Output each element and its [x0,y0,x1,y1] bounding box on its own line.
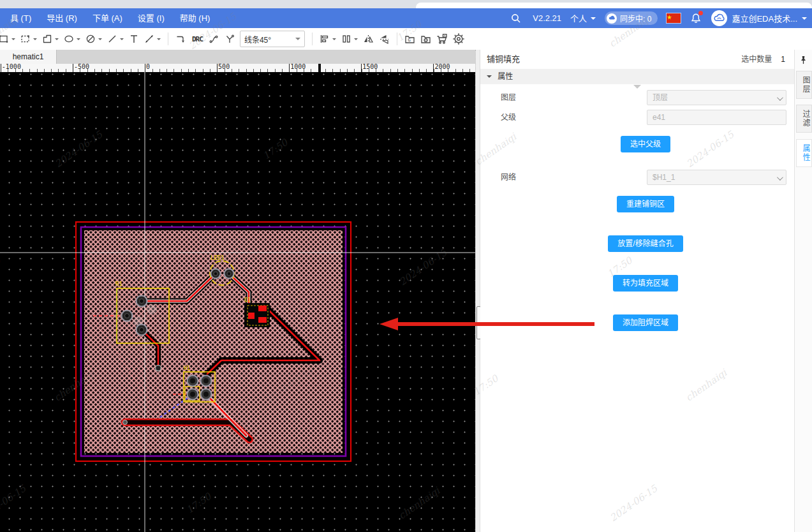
stitching-vias-button[interactable]: 放置/移除缝合孔 [608,235,683,252]
search-icon[interactable] [508,10,524,27]
convert-fill-button[interactable]: 转为填充区域 [613,275,678,292]
dropdown-caret[interactable] [77,38,80,42]
section-properties[interactable]: 属性 [480,69,794,84]
section-collapse-icon [487,75,492,80]
rebuild-copper-button[interactable]: 重建铺铜区 [617,196,674,212]
junction-icon[interactable] [222,31,237,47]
menu-settings[interactable]: 设置 (I) [130,8,172,28]
snap-corner-icon[interactable] [173,31,188,47]
chevron-down-icon [802,17,807,22]
dropdown-caret[interactable] [354,38,358,42]
tab-schematic1[interactable]: hematic1 [0,50,57,64]
parent-row: 父级 e41 [480,110,794,125]
lasso-rect-icon[interactable] [18,31,33,47]
line-icon[interactable] [105,31,120,47]
menu-export[interactable]: 导出 (R) [39,8,85,28]
menu-help[interactable]: 帮助 (H) [172,8,218,28]
chevron-down-icon [295,38,300,43]
menu-tools[interactable]: 具 (T) [3,8,39,28]
trace-end-pad [123,420,128,425]
align-icon[interactable] [317,31,332,47]
ruler-tick-label: 1500 [362,64,378,70]
order-cart-icon[interactable] [434,31,450,47]
layer-select[interactable]: 顶层 [647,90,786,105]
layer-label: 图层 [501,90,516,105]
menu-items: 具 (T) 导出 (R) 下单 (A) 设置 (I) 帮助 (H) [3,8,218,28]
select-parent-button[interactable]: 选中父级 [621,136,670,152]
user-menu[interactable]: 嘉立创EDA技术... [711,10,807,26]
ruler-tick-label: 2000 [434,64,450,70]
dropdown-caret[interactable] [11,38,15,42]
settings-gear-icon[interactable] [450,31,467,47]
ruler-tick-label: 1000 [290,64,306,70]
avatar [711,10,727,26]
via[interactable] [156,366,161,371]
panel-title: 铺铜填充 [487,50,520,69]
dropdown-caret[interactable] [33,38,37,42]
q1-label: Q1 [244,297,251,303]
distribute-icon[interactable] [339,31,354,47]
net-select[interactable]: $H1_1 [647,170,786,185]
ruler-major-tick [1,64,1,72]
text-icon[interactable] [126,31,142,47]
stitching-vias-row: 放置/移除缝合孔 [480,235,794,252]
polygon-icon[interactable] [40,31,55,47]
chevron-down-icon [777,94,783,101]
rebuild-copper-row: 重建铺铜区 [480,196,794,212]
toolbar-separator [312,33,313,45]
properties-panel: 铺铜填充 选中数量1 属性 图层 顶层 父级 e41 选中父级 [480,50,794,532]
dropdown-caret[interactable] [55,38,59,42]
panel-header: 铺铜填充 选中数量1 [480,50,794,70]
part-library-icon[interactable] [418,31,434,47]
ruler-tick-label: 0 [146,64,150,70]
ruler-tick-label: 500 [218,64,230,70]
tab-properties[interactable]: 属性 [796,139,812,167]
menu-order[interactable]: 下单 (A) [85,8,130,28]
ellipse-icon[interactable] [61,31,77,47]
add-solder-mask-button[interactable]: 添加阻焊区域 [613,314,678,331]
net-row: 网络 $H1_1 [480,170,794,185]
sync-status-button[interactable]: 同步中: 0 [605,11,658,25]
keepout-icon[interactable] [83,31,98,47]
browser-tab-shape [416,3,812,8]
line-mode-value: 线条45° [244,34,271,45]
toolbar: DRC 线条45° [0,28,812,50]
notification-dot [698,11,703,15]
select-parent-row: 选中父级 [480,136,794,152]
china-flag-icon[interactable] [667,13,681,23]
ruler-tick-label: -500 [74,64,89,70]
ruler-major-tick [217,64,218,72]
drc-button[interactable]: DRC [188,35,207,43]
layer-row: 图层 顶层 [480,90,794,105]
dropdown-caret[interactable] [332,38,336,42]
version-label: V2.2.21 [533,13,561,23]
net-label: 网络 [501,170,516,185]
dimension-icon[interactable] [142,31,157,47]
username-label: 嘉立创EDA技术... [732,12,797,24]
pin-icon[interactable] [799,55,808,65]
dropdown-caret[interactable] [98,38,102,42]
parent-label: 父级 [501,110,516,125]
panel-resize-gutter[interactable] [475,50,480,532]
dropdown-caret[interactable] [120,38,124,42]
pcb-canvas[interactable]: R1 LED1 Q1 [0,72,475,532]
selection-rect-icon[interactable] [0,31,11,47]
parent-input[interactable]: e41 [647,110,786,125]
toolbar-separator [397,33,397,45]
flip-vertical-icon[interactable] [376,31,392,47]
account-menu[interactable]: 个人 [570,12,596,24]
svg-text:G: G [408,38,410,43]
line-mode-select[interactable]: 线条45° [240,31,305,47]
tab-filter[interactable]: 过滤 [796,105,812,133]
notification-bell-icon[interactable] [690,12,702,25]
ruler-major-tick [73,64,73,72]
toolbar-separator [168,33,168,45]
layer-value: 顶层 [653,93,668,102]
ruler-major-tick [361,64,362,72]
dropdown-caret[interactable] [157,38,161,42]
led1-label: LED1 [210,255,225,261]
flip-horizontal-icon[interactable] [360,31,376,47]
tab-layers[interactable]: 图层 [796,71,812,99]
footprint-library-icon[interactable]: G [402,31,418,47]
route-icon[interactable] [207,31,222,47]
